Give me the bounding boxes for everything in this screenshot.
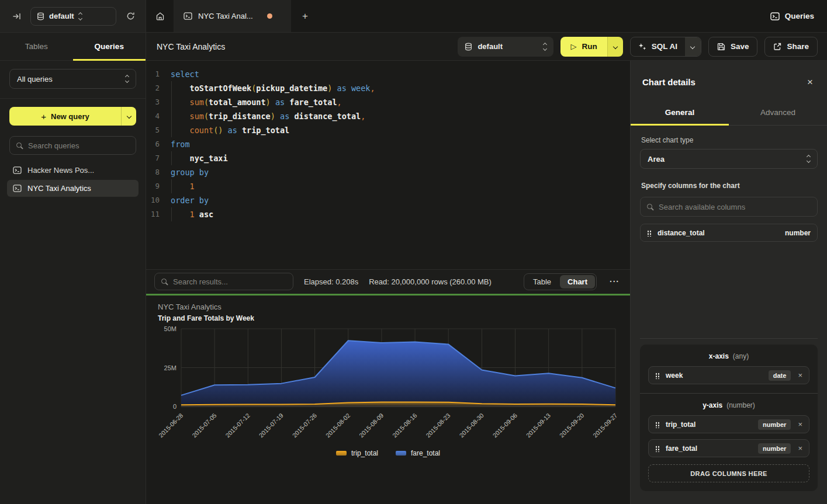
- columns-search-input[interactable]: [659, 203, 811, 211]
- column-name: distance_total: [658, 229, 705, 237]
- sql-editor[interactable]: 1select2 toStartOfWeek(pickup_datetime) …: [146, 61, 630, 269]
- drag-handle-icon[interactable]: [655, 372, 660, 379]
- line-number: 11: [146, 207, 167, 221]
- svg-text:25M: 25M: [164, 364, 177, 371]
- svg-text:2015-07-05: 2015-07-05: [191, 411, 218, 439]
- available-column-item[interactable]: distance_totalnumber: [640, 224, 818, 242]
- chart-type-value: Area: [648, 155, 807, 164]
- line-number: 3: [146, 95, 167, 109]
- view-chart-button[interactable]: Chart: [560, 275, 595, 289]
- top-bar-left: default: [0, 0, 146, 32]
- remove-column-button[interactable]: ×: [798, 444, 802, 452]
- new-query-button[interactable]: + New query: [9, 107, 136, 126]
- panel-title: Chart details: [642, 77, 805, 87]
- rows-read: Read: 20,000,000 rows (260.00 MB): [369, 277, 492, 286]
- query-label: Hacker News Pos...: [27, 166, 94, 175]
- code-text: order by: [167, 193, 209, 207]
- tab-tables[interactable]: Tables: [0, 33, 73, 60]
- save-button[interactable]: Save: [708, 37, 758, 57]
- query-list-item[interactable]: Hacker News Pos...: [7, 162, 139, 179]
- sql-ai-label: SQL AI: [652, 42, 677, 51]
- run-database-selector[interactable]: default: [458, 37, 553, 57]
- view-table-button[interactable]: Table: [525, 275, 559, 289]
- svg-text:50M: 50M: [164, 325, 177, 332]
- chart-type-select[interactable]: Area: [640, 149, 818, 169]
- drag-handle-icon[interactable]: [647, 230, 652, 237]
- drag-handle-icon[interactable]: [655, 421, 660, 428]
- share-button-label: Share: [787, 42, 809, 51]
- code-line: 11 1 asc: [146, 207, 630, 221]
- results-search-input[interactable]: [173, 277, 287, 286]
- query-search-box: [9, 136, 136, 155]
- tab-advanced[interactable]: Advanced: [729, 100, 827, 125]
- query-list-item[interactable]: NYC Taxi Analytics: [7, 180, 139, 197]
- top-bar: default NYC Taxi Anal... + Q: [0, 0, 827, 33]
- new-tab-button[interactable]: +: [291, 0, 319, 32]
- remove-column-button[interactable]: ×: [798, 371, 802, 379]
- run-options-button[interactable]: [607, 37, 623, 57]
- save-icon: [717, 43, 725, 51]
- chevron-updown-icon: [544, 43, 546, 50]
- share-icon: [773, 43, 781, 51]
- code-line: 2 toStartOfWeek(pickup_datetime) as week…: [146, 81, 630, 95]
- columns-search-box: [640, 197, 818, 217]
- close-panel-button[interactable]: ×: [805, 76, 815, 88]
- legend-label: fare_total: [411, 449, 440, 457]
- legend-item[interactable]: trip_total: [336, 449, 378, 457]
- legend-item[interactable]: fare_total: [396, 449, 440, 457]
- query-label: NYC Taxi Analytics: [27, 184, 91, 193]
- play-icon: ▷: [570, 42, 576, 51]
- drag-handle-icon[interactable]: [655, 445, 660, 452]
- sql-ai-button[interactable]: SQL AI: [631, 37, 685, 56]
- tab-queries[interactable]: Queries: [73, 33, 146, 60]
- collapse-sidebar-button[interactable]: [8, 8, 25, 25]
- drag-columns-dropzone[interactable]: DRAG COLUMNS HERE: [648, 464, 809, 482]
- share-button[interactable]: Share: [764, 37, 818, 57]
- svg-text:2015-06-28: 2015-06-28: [158, 411, 185, 439]
- results-toolbar: Elapsed: 0.208s Read: 20,000,000 rows (2…: [146, 269, 630, 294]
- sidebar: Tables Queries All queries + New query: [0, 33, 146, 504]
- column-name: fare_total: [666, 444, 697, 453]
- tab-general[interactable]: General: [631, 100, 729, 125]
- y-axis-items: trip_totalnumber×fare_totalnumber×: [648, 415, 809, 457]
- terminal-icon: [13, 185, 22, 192]
- chart-details-panel: Chart details × General Advanced Select …: [630, 61, 827, 504]
- code-line: 6from: [146, 137, 630, 151]
- query-filter-select[interactable]: All queries: [9, 69, 136, 89]
- y-axis-column-item[interactable]: fare_totalnumber×: [648, 439, 809, 457]
- chart-section: NYC Taxi Analytics Trip and Fare Totals …: [146, 296, 630, 504]
- query-filter-wrap: All queries: [0, 61, 146, 99]
- unsaved-changes-dot: [267, 13, 272, 19]
- code-line: 4 sum(trip_distance) as distance_total,: [146, 109, 630, 123]
- y-axis-column-item[interactable]: trip_totalnumber×: [648, 415, 809, 433]
- column-type-badge: number: [758, 443, 791, 454]
- home-button[interactable]: [146, 0, 174, 32]
- code-line: 3 sum(total_amount) as fare_total,: [146, 95, 630, 109]
- x-axis-hint: (any): [733, 352, 749, 360]
- line-number: 7: [146, 151, 167, 165]
- y-axis-hint: (number): [726, 401, 755, 409]
- run-database-value: default: [477, 42, 538, 51]
- query-search-input[interactable]: [28, 141, 130, 150]
- x-axis-section: x-axis (any) weekdate×: [640, 345, 818, 393]
- tab-nyc-taxi-analytics[interactable]: NYC Taxi Anal...: [174, 0, 291, 32]
- x-axis-column-item[interactable]: weekdate×: [648, 366, 809, 384]
- code-text: 1: [167, 179, 195, 193]
- code-text: sum(trip_distance) as distance_total,: [167, 109, 365, 123]
- queries-button[interactable]: Queries: [770, 12, 814, 20]
- line-number: 2: [146, 81, 167, 95]
- chart-subtitle: Trip and Fare Totals by Week: [158, 314, 618, 322]
- sql-ai-dropdown-button[interactable]: [685, 37, 701, 56]
- database-selector[interactable]: default: [30, 7, 116, 26]
- refresh-button[interactable]: [122, 8, 139, 25]
- chevron-down-icon: [126, 114, 131, 119]
- remove-column-button[interactable]: ×: [798, 420, 802, 428]
- results-search-box: [154, 273, 293, 290]
- run-button[interactable]: ▷ Run: [560, 37, 607, 57]
- line-number: 10: [146, 193, 167, 207]
- more-options-button[interactable]: ···: [607, 277, 622, 286]
- code-line: 8group by: [146, 165, 630, 179]
- plus-icon: +: [41, 112, 46, 121]
- legend-label: trip_total: [351, 449, 378, 457]
- new-query-dropdown-button[interactable]: [121, 107, 136, 126]
